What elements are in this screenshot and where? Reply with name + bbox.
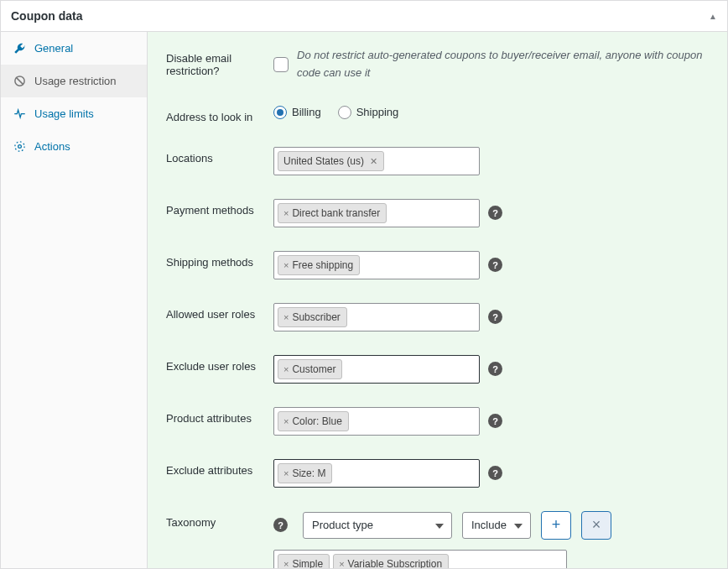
product-attr-input[interactable]: × Color: Blue xyxy=(273,407,480,436)
help-icon[interactable]: ? xyxy=(488,362,502,376)
remove-icon[interactable]: × xyxy=(283,310,289,325)
radio-icon xyxy=(338,106,351,119)
tag-text: Free shipping xyxy=(292,258,353,273)
select-value: Include xyxy=(471,519,507,531)
field-label: Product attributes xyxy=(166,407,273,425)
svg-point-3 xyxy=(14,142,23,151)
tag-text: Direct bank transfer xyxy=(292,206,380,221)
tab-label: Usage limits xyxy=(34,107,94,120)
panel-header[interactable]: Coupon data ▲ xyxy=(1,1,727,32)
tag-text: Color: Blue xyxy=(292,414,341,429)
taxonomy-terms-input[interactable]: × Simple × Variable Subscription xyxy=(273,550,567,568)
tab-list: General Usage restriction Usage limits A… xyxy=(1,32,148,568)
tag[interactable]: × Free shipping xyxy=(278,255,360,275)
row-allowed-roles: Allowed user roles × Subscriber ? xyxy=(166,303,709,331)
help-icon[interactable]: ? xyxy=(273,518,288,532)
exclude-roles-input[interactable]: × Customer xyxy=(273,355,480,384)
tab-label: Actions xyxy=(34,140,70,153)
remove-icon[interactable]: × xyxy=(283,414,289,429)
remove-icon[interactable]: × xyxy=(283,258,289,273)
field-label: Exclude user roles xyxy=(166,355,273,373)
row-product-attr: Product attributes × Color: Blue ? xyxy=(166,407,709,436)
row-taxonomy: Taxonomy ? Product type Include + × xyxy=(166,511,709,568)
collapse-icon[interactable]: ▲ xyxy=(709,12,717,21)
row-locations: Locations United States (us) ✕ xyxy=(166,147,709,175)
locations-input[interactable]: United States (us) ✕ xyxy=(273,147,480,175)
field-label: Payment methods xyxy=(166,199,273,217)
radio-icon xyxy=(273,106,287,119)
disable-email-checkbox[interactable] xyxy=(273,57,289,72)
coupon-data-panel: Coupon data ▲ General Usage restriction xyxy=(0,0,728,569)
row-disable-email: Disable email restriction? Do not restri… xyxy=(166,47,709,82)
field-label: Exclude attributes xyxy=(166,459,273,477)
gear-icon xyxy=(13,140,26,153)
remove-icon[interactable]: × xyxy=(283,206,289,221)
select-value: Product type xyxy=(312,519,373,531)
remove-icon[interactable]: × xyxy=(283,556,289,568)
pulse-icon xyxy=(13,107,26,120)
field-label: Disable email restriction? xyxy=(166,47,273,77)
tab-label: Usage restriction xyxy=(34,75,117,87)
tab-usage-limits[interactable]: Usage limits xyxy=(1,97,147,130)
tag-text: United States (us) xyxy=(283,154,364,169)
payment-input[interactable]: × Direct bank transfer xyxy=(273,199,480,227)
tag[interactable]: × Variable Subscription xyxy=(333,554,449,568)
row-exclude-roles: Exclude user roles × Customer ? xyxy=(166,355,709,384)
field-label: Allowed user roles xyxy=(166,303,273,321)
help-icon[interactable]: ? xyxy=(488,258,502,272)
svg-point-2 xyxy=(18,145,21,149)
field-label: Shipping methods xyxy=(166,251,273,269)
tag-text: Simple xyxy=(292,556,323,568)
radio-label: Shipping xyxy=(356,106,399,118)
tag[interactable]: × Color: Blue xyxy=(278,411,349,431)
svg-line-1 xyxy=(16,77,23,85)
row-address: Address to look in Billing Shipping xyxy=(166,106,709,123)
exclude-attr-input[interactable]: × Size: M xyxy=(273,459,480,488)
field-label: Taxonomy xyxy=(166,511,273,529)
tag[interactable]: × Direct bank transfer xyxy=(278,203,387,223)
remove-icon[interactable]: × xyxy=(283,466,289,481)
field-hint: Do not restrict auto-generated coupons t… xyxy=(297,47,709,82)
row-exclude-attr: Exclude attributes × Size: M ? xyxy=(166,459,709,488)
tag[interactable]: × Simple xyxy=(278,554,330,568)
wrench-icon xyxy=(13,42,26,55)
tag-text: Size: M xyxy=(292,466,325,481)
field-label: Address to look in xyxy=(166,106,273,123)
tag[interactable]: × Subscriber xyxy=(278,307,347,327)
tab-content: Disable email restriction? Do not restri… xyxy=(148,32,727,568)
row-shipping: Shipping methods × Free shipping ? xyxy=(166,251,709,279)
tag-text: Customer xyxy=(292,362,335,377)
tab-usage-restriction[interactable]: Usage restriction xyxy=(1,65,147,97)
taxonomy-mode-select[interactable]: Include xyxy=(462,512,531,539)
tab-general[interactable]: General xyxy=(1,32,147,65)
shipping-input[interactable]: × Free shipping xyxy=(273,251,480,279)
allowed-roles-input[interactable]: × Subscriber xyxy=(273,303,480,331)
tag-text: Subscriber xyxy=(292,310,340,325)
tab-label: General xyxy=(34,42,73,55)
row-payment: Payment methods × Direct bank transfer ? xyxy=(166,199,709,227)
tag[interactable]: × Customer xyxy=(278,359,342,379)
radio-label: Billing xyxy=(292,106,321,118)
field-label: Locations xyxy=(166,147,273,164)
help-icon[interactable]: ? xyxy=(488,414,502,428)
panel-body: General Usage restriction Usage limits A… xyxy=(1,32,727,568)
help-icon[interactable]: ? xyxy=(488,466,502,480)
taxonomy-type-select[interactable]: Product type xyxy=(303,512,452,539)
remove-button[interactable]: × xyxy=(581,511,611,540)
help-icon[interactable]: ? xyxy=(488,206,502,220)
tab-actions[interactable]: Actions xyxy=(1,130,147,163)
radio-billing[interactable]: Billing xyxy=(273,106,321,119)
tag[interactable]: × Size: M xyxy=(278,463,332,483)
ban-icon xyxy=(13,75,26,87)
add-button[interactable]: + xyxy=(541,511,571,540)
radio-shipping[interactable]: Shipping xyxy=(338,106,399,119)
remove-icon[interactable]: × xyxy=(283,362,289,377)
remove-icon[interactable]: × xyxy=(339,556,344,568)
tag-text: Variable Subscription xyxy=(348,556,443,568)
help-icon[interactable]: ? xyxy=(488,310,502,324)
panel-title: Coupon data xyxy=(11,9,83,23)
remove-icon[interactable]: ✕ xyxy=(370,154,377,169)
tag[interactable]: United States (us) ✕ xyxy=(278,151,384,171)
